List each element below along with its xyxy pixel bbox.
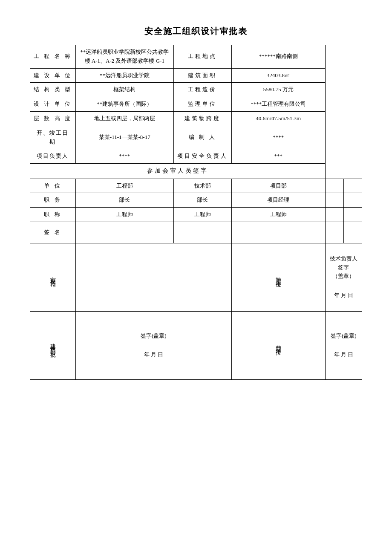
tech-seal-text: （盖章） [329,272,358,281]
position-label: 职 务 [30,193,76,208]
supervisor-vertical-label: 监理单位 [231,311,325,379]
build-sign-seal: 签字(盖章) [79,332,228,341]
unit-2: 技术部 [173,179,231,193]
project-location-label: 工程地点 [173,45,231,69]
title-2: 工程师 [173,208,231,222]
project-cost-value: 5580.75 万元 [231,83,325,97]
floors-height-value: 地上五或四层，局部两层 [75,111,173,126]
supervisor-sign-seal: 签字(盖章) [329,332,358,341]
construction-unit-label: 建 设 单 位 [30,68,76,83]
safety-manager-value: *** [231,149,325,164]
position-3: 项目经理 [231,193,325,208]
main-table: 工 程 名 称 **远洋船员职业学院新校区公共教学楼 A-1、A-2 及外语部教… [30,45,362,380]
title-4-empty [325,208,343,222]
title-1: 工程师 [75,208,173,222]
supervisor-sign-cell: 签字(盖章) 年 月 日 [325,311,362,379]
title-5-empty [343,208,362,222]
structure-type-value: 框架结构 [75,83,173,97]
build-sign-cell: 签字(盖章) 年 月 日 [75,311,231,379]
signature-5-empty [343,222,362,243]
supervisor-unit-value: ****工程管理有限公司 [231,97,325,112]
unit-1: 工程部 [75,179,173,193]
building-area-value: 32403.8㎡ [231,68,325,83]
design-unit-value: **建筑事务所（国际） [75,97,173,112]
signature-1-empty [75,222,173,243]
construction-unit-vertical-label: 施工单位 [231,243,325,311]
project-cost-label: 工程造价 [173,83,231,97]
position-1: 部长 [75,193,173,208]
approval-label: 审批结论 [30,243,76,311]
project-location-value: ******南路南侧 [231,45,325,69]
unit-3: 项目部 [231,179,325,193]
tech-date: 年 月 日 [329,291,358,300]
position-5-empty [343,193,362,208]
project-manager-value: **** [75,149,173,164]
design-unit-label: 设 计 单 位 [30,97,76,112]
tech-signature-cell: 技术负责人签字 （盖章） 年 月 日 [325,243,362,311]
editor-value: **** [231,126,325,149]
signature-2-empty [173,222,231,243]
build-date: 年 月 日 [79,350,228,359]
approval-content-empty [75,243,231,311]
signature-label: 签 名 [30,222,76,243]
position-4-empty [325,193,343,208]
tech-signature-text: 技术负责人签字 [329,254,358,272]
title-3: 工程师 [231,208,325,222]
construction-unit-value: **远洋船员职业学院 [75,68,173,83]
structure-type-label: 结 构 类 型 [30,83,76,97]
building-span-label: 建筑物跨度 [173,111,231,126]
project-manager-label: 项目负责人 [30,149,76,164]
unit-4-empty [325,179,343,193]
building-span-value: 40.6m/47.5m/51.3m [231,111,325,126]
signature-4-empty [325,222,343,243]
build-unit-vertical-label: 建设单位审批 [30,311,76,379]
page-title: 安全施工组织设计审批表 [30,26,362,37]
project-name-label: 工 程 名 称 [30,45,76,69]
editor-label: 编 制 人 [173,126,231,149]
start-end-date-label: 开、竣工日期 [30,126,76,149]
unit-label: 单 位 [30,179,76,193]
floors-height-label: 层 数 高 度 [30,111,76,126]
project-name-value: **远洋船员职业学院新校区公共教学楼 A-1、A-2 及外语部教学楼 G-1 [75,45,173,69]
safety-manager-label: 项目安全负责人 [173,149,231,164]
participants-section-title: 参加会审人员签字 [30,164,326,179]
start-end-date-value: 某某-11-1—某某-8-17 [75,126,173,149]
building-area-label: 建筑面积 [173,68,231,83]
supervisor-unit-label: 监理单位 [173,97,231,112]
supervisor-date: 年 月 日 [329,350,358,359]
title-label: 职 称 [30,208,76,222]
unit-5-empty [343,179,362,193]
position-2: 部长 [173,193,231,208]
signature-3-empty [231,222,325,243]
